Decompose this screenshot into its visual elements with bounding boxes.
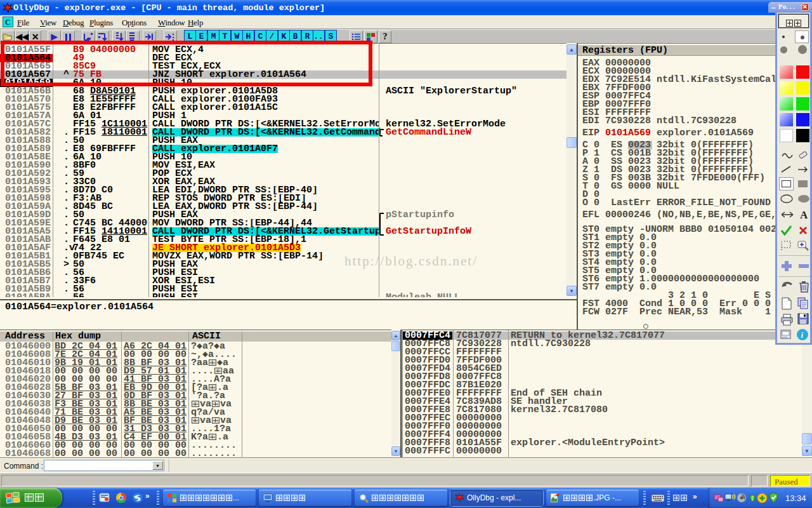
svg-text:i: i (801, 330, 803, 340)
svg-text:A: A (800, 209, 808, 221)
